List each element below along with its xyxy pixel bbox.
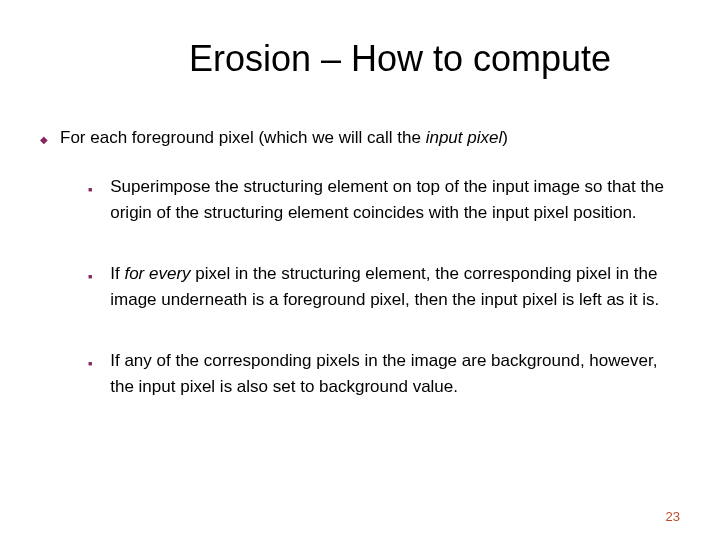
text-fragment: )	[502, 128, 508, 147]
text-fragment: pixel in the structuring element, the co…	[110, 264, 659, 309]
sub-bullet: ■ Superimpose the structuring element on…	[40, 174, 680, 225]
sub-bullet: ■ If any of the corresponding pixels in …	[40, 348, 680, 399]
page-number: 23	[666, 509, 680, 524]
square-bullet-icon: ■	[88, 359, 92, 370]
sub-bullet-text: Superimpose the structuring element on t…	[110, 174, 680, 225]
slide-title: Erosion – How to compute	[40, 38, 680, 80]
square-bullet-icon: ■	[88, 272, 92, 283]
main-bullet: ◆ For each foreground pixel (which we wi…	[40, 128, 680, 148]
square-bullet-icon: ■	[88, 185, 92, 196]
sub-bullet-text: If any of the corresponding pixels in th…	[110, 348, 680, 399]
text-italic: input pixel	[426, 128, 503, 147]
text-italic: for every	[124, 264, 190, 283]
text-fragment: For each foreground pixel (which we will…	[60, 128, 426, 147]
slide: Erosion – How to compute ◆ For each fore…	[0, 0, 720, 540]
diamond-bullet-icon: ◆	[40, 134, 48, 145]
text-fragment: If	[110, 264, 124, 283]
sub-bullet-text: If for every pixel in the structuring el…	[110, 261, 680, 312]
sub-bullet: ■ If for every pixel in the structuring …	[40, 261, 680, 312]
main-bullet-text: For each foreground pixel (which we will…	[60, 128, 508, 148]
